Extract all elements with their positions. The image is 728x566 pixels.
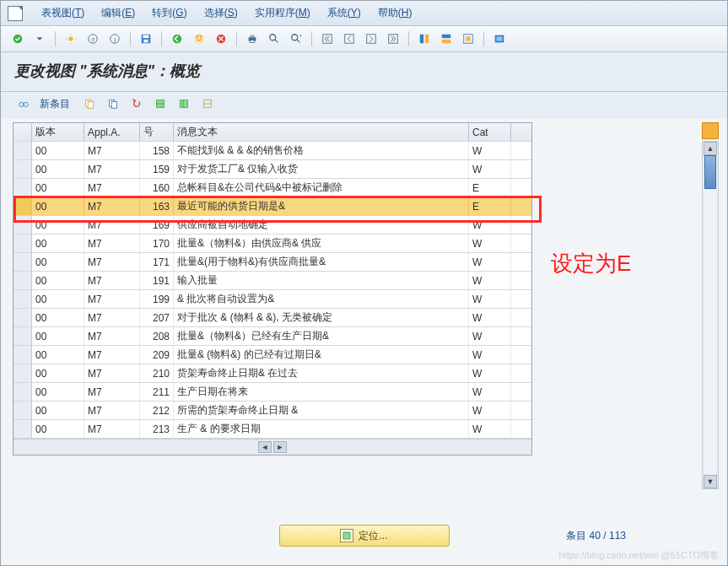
table-row[interactable]: 00M7170批量&（物料&）由供应商& 供应W <box>13 234 531 253</box>
dropdown-button[interactable] <box>30 30 50 48</box>
cell-appl[interactable]: M7 <box>84 346 140 364</box>
undo-icon[interactable] <box>127 95 146 112</box>
info-icon[interactable]: i <box>105 30 125 48</box>
cell-msg[interactable]: 生产 & 的要求日期 <box>174 420 469 438</box>
cell-appl[interactable]: M7 <box>84 290 140 308</box>
cell-num[interactable]: 171 <box>140 253 174 271</box>
cell-num[interactable]: 199 <box>140 290 174 308</box>
table-row[interactable]: 00M7169供应商被自动地确定W <box>13 216 531 234</box>
cell-version[interactable]: 00 <box>32 402 84 419</box>
scroll-down-icon[interactable]: ▼ <box>704 475 717 488</box>
scroll-right-icon[interactable]: ► <box>273 441 287 453</box>
cell-cat[interactable]: W <box>469 234 511 252</box>
cell-version[interactable]: 00 <box>32 197 84 215</box>
select-all-icon[interactable] <box>175 95 193 112</box>
cell-version[interactable]: 00 <box>32 383 84 401</box>
cell-num[interactable]: 207 <box>140 309 174 326</box>
cell-version[interactable]: 00 <box>32 142 84 159</box>
row-selector[interactable] <box>13 179 32 197</box>
scroll-up-icon[interactable]: ▲ <box>704 142 717 155</box>
table-row[interactable]: 00M7211生产日期在将来W <box>13 383 531 402</box>
table-row[interactable]: 00M7171批量&(用于物料&)有供应商批量&W <box>13 253 531 272</box>
cell-appl[interactable]: M7 <box>84 420 140 438</box>
layout2-icon[interactable] <box>436 30 456 48</box>
save-icon[interactable] <box>136 30 156 48</box>
cell-msg[interactable]: 生产日期在将来 <box>174 383 469 401</box>
find-next-icon[interactable]: + <box>286 30 306 48</box>
row-selector[interactable] <box>13 402 32 419</box>
col-cat[interactable]: Cat <box>469 123 511 141</box>
row-selector[interactable] <box>13 383 32 401</box>
find-icon[interactable] <box>264 30 284 48</box>
table-row[interactable]: 00M7160总帐科目&在公司代码&中被标记删除E <box>13 179 531 197</box>
cell-version[interactable]: 00 <box>32 160 84 178</box>
cell-msg[interactable]: & 批次将自动设置为& <box>174 290 469 308</box>
cell-appl[interactable]: M7 <box>84 179 140 197</box>
accept-button[interactable] <box>8 30 28 48</box>
cell-cat[interactable]: W <box>469 402 511 419</box>
row-selector[interactable] <box>13 234 32 252</box>
scroll-thumb[interactable] <box>704 155 716 189</box>
table-row[interactable]: 00M7191输入批量W <box>13 272 531 290</box>
col-selector[interactable] <box>13 123 32 141</box>
last-page-icon[interactable] <box>383 30 403 48</box>
col-msg[interactable]: 消息文本 <box>174 123 469 141</box>
table-row[interactable]: 00M7213生产 & 的要求日期W <box>13 420 531 439</box>
menu-y[interactable]: 系统(Y) <box>319 4 369 22</box>
cell-appl[interactable]: M7 <box>84 309 140 326</box>
col-version[interactable]: 版本 <box>32 123 84 141</box>
row-selector[interactable] <box>13 272 32 289</box>
cell-num[interactable]: 160 <box>140 179 174 197</box>
cell-version[interactable]: 00 <box>32 309 84 326</box>
cell-version[interactable]: 00 <box>32 420 84 438</box>
cell-version[interactable]: 00 <box>32 179 84 197</box>
row-selector[interactable] <box>13 216 32 234</box>
cell-num[interactable]: 159 <box>140 160 174 178</box>
cell-num[interactable]: 158 <box>140 142 174 159</box>
cell-num[interactable]: 209 <box>140 346 174 364</box>
scroll-left-icon[interactable]: ◄ <box>258 441 272 453</box>
back-icon[interactable] <box>167 30 187 48</box>
cell-msg[interactable]: 最近可能的供货日期是& <box>174 197 469 215</box>
cell-msg[interactable]: 供应商被自动地确定 <box>174 216 469 234</box>
row-selector[interactable] <box>13 142 32 159</box>
cell-version[interactable]: 00 <box>32 234 84 252</box>
copy-icon[interactable] <box>80 95 99 112</box>
cell-num[interactable]: 213 <box>140 420 174 438</box>
cell-cat[interactable]: W <box>469 272 511 289</box>
cell-msg[interactable]: 对于批次 & (物料 & &), 无类被确定 <box>174 309 469 326</box>
row-selector[interactable] <box>13 309 32 326</box>
row-selector[interactable] <box>13 197 32 215</box>
glasses-icon[interactable] <box>14 95 33 112</box>
layout3-icon[interactable] <box>458 30 478 48</box>
configure-columns-icon[interactable] <box>702 122 719 139</box>
table-row[interactable]: 00M7199& 批次将自动设置为&W <box>13 290 531 309</box>
cell-cat[interactable]: W <box>469 253 511 271</box>
cell-num[interactable]: 170 <box>140 234 174 252</box>
cell-msg[interactable]: 输入批量 <box>174 272 469 289</box>
cell-cat[interactable]: W <box>469 309 511 326</box>
cell-appl[interactable]: M7 <box>84 160 140 178</box>
cell-version[interactable]: 00 <box>32 290 84 308</box>
cell-msg[interactable]: 批量&（物料&）由供应商& 供应 <box>174 234 469 252</box>
cell-cat[interactable]: W <box>469 420 511 438</box>
table-row[interactable]: 00M7210货架寿命终止日期& 在过去W <box>13 364 531 383</box>
cell-appl[interactable]: M7 <box>84 327 140 345</box>
layout1-icon[interactable] <box>414 30 434 48</box>
table-row[interactable]: 00M7212所需的货架寿命终止日期 &W <box>13 402 531 420</box>
cancel-icon[interactable] <box>211 30 231 48</box>
cell-cat[interactable]: W <box>469 290 511 308</box>
deselect-icon[interactable] <box>198 95 217 112</box>
new-entry-link[interactable]: 新条目 <box>40 97 70 111</box>
menu-m[interactable]: 实用程序(M) <box>246 4 319 22</box>
horizontal-scrollbar[interactable]: ◄ ► <box>13 439 531 455</box>
cell-cat[interactable]: W <box>469 327 511 345</box>
cell-version[interactable]: 00 <box>32 253 84 271</box>
exit-icon[interactable] <box>189 30 209 48</box>
cell-version[interactable]: 00 <box>32 346 84 364</box>
cell-appl[interactable]: M7 <box>84 272 140 289</box>
cell-cat[interactable]: W <box>469 160 511 178</box>
next-page-icon[interactable] <box>361 30 381 48</box>
row-selector[interactable] <box>13 290 32 308</box>
cell-cat[interactable]: E <box>469 179 511 197</box>
